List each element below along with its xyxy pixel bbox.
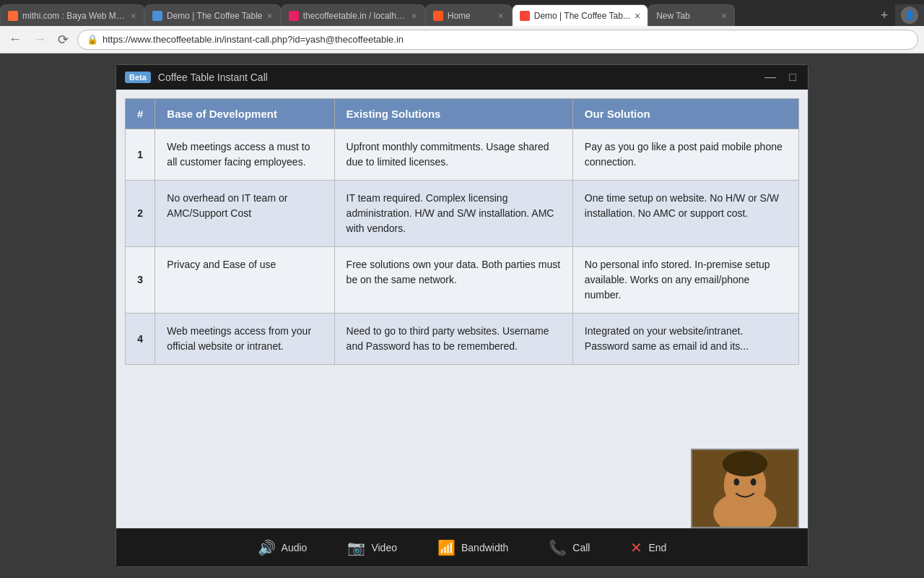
cell-existing-2: IT team required. Complex licensing admi…	[334, 181, 572, 247]
tab-bar: mithi.com : Baya Web Ma...×Demo | The Co…	[0, 0, 924, 26]
forward-button[interactable]: →	[30, 30, 49, 48]
bandwidth-button[interactable]: 📶 Bandwidth	[432, 536, 514, 559]
lock-icon: 🔒	[87, 34, 98, 45]
bottom-controls: 🔊 Audio 📷 Video 📶 Bandwidth 📞 Call ✕ End	[116, 528, 808, 566]
tab-label-tab5: Demo | The Coffee Tab...	[534, 11, 630, 21]
call-icon: 📞	[549, 539, 567, 556]
end-label: End	[648, 542, 666, 553]
tab-label-tab3: thecoffeetable.in / localho...	[303, 11, 407, 21]
cell-existing-3: Free solutions own your data. Both parti…	[334, 247, 572, 314]
table-header-row: # Base of Development Existing Solutions…	[126, 99, 799, 129]
tab-close-tab2[interactable]: ×	[267, 10, 273, 22]
nav-bar: ← → ⟳ 🔒 https://www.thecoffeetable.in/in…	[0, 26, 924, 53]
browser-chrome: mithi.com : Baya Web Ma...×Demo | The Co…	[0, 0, 924, 53]
end-button[interactable]: ✕ End	[624, 536, 672, 559]
cell-base-2: No overhead on IT team or AMC/Support Co…	[155, 181, 334, 247]
browser-tab-tab2[interactable]: Demo | The Coffee Table×	[144, 4, 281, 26]
call-titlebar: Beta Coffee Table Instant Call — □	[116, 65, 808, 90]
maximize-button[interactable]: □	[786, 71, 799, 84]
browser-tab-tab5[interactable]: Demo | The Coffee Tab...×	[512, 4, 648, 26]
svg-point-4	[751, 478, 757, 486]
cell-solution-4: Integrated on your website/intranet. Pas…	[572, 314, 798, 365]
col-header-solution: Our Solution	[572, 99, 798, 129]
address-bar[interactable]: 🔒 https://www.thecoffeetable.in/instant-…	[77, 30, 918, 50]
address-text: https://www.thecoffeetable.in/instant-ca…	[103, 34, 404, 45]
call-window: Beta Coffee Table Instant Call — □ # Bas…	[116, 64, 808, 567]
table-container: # Base of Development Existing Solutions…	[116, 90, 808, 528]
cell-num-3: 3	[126, 247, 155, 314]
browser-tab-tab4[interactable]: Home×	[425, 4, 512, 26]
profile-area: 👤	[895, 4, 924, 26]
cell-num-2: 2	[126, 181, 155, 247]
comparison-table: # Base of Development Existing Solutions…	[125, 98, 799, 365]
table-row-1: 1Web meetings access a must to all custo…	[126, 129, 799, 181]
cell-existing-1: Upfront monthly commitments. Usage share…	[334, 129, 572, 181]
audio-icon: 🔊	[258, 539, 276, 556]
tab-favicon-tab1	[8, 11, 18, 21]
profile-icon[interactable]: 👤	[901, 7, 918, 24]
tab-favicon-tab5	[520, 11, 530, 21]
cell-num-4: 4	[126, 314, 155, 365]
browser-tab-tab6[interactable]: New Tab×	[648, 4, 735, 26]
cell-solution-2: One time setup on website. No H/W or S/W…	[572, 181, 798, 247]
cell-base-3: Privacy and Ease of use	[155, 247, 334, 314]
tab-close-tab1[interactable]: ×	[131, 10, 136, 22]
participant-avatar	[692, 449, 798, 528]
new-tab-button[interactable]: +	[873, 4, 895, 26]
browser-tab-tab1[interactable]: mithi.com : Baya Web Ma...×	[0, 4, 144, 26]
svg-point-3	[733, 478, 739, 486]
tab-close-tab4[interactable]: ×	[498, 10, 504, 22]
minimize-button[interactable]: —	[762, 71, 779, 84]
back-button[interactable]: ←	[6, 30, 25, 48]
tab-favicon-tab2	[152, 11, 162, 21]
video-thumbnail	[691, 449, 799, 528]
svg-point-5	[723, 451, 767, 476]
bandwidth-icon: 📶	[437, 539, 456, 556]
tab-favicon-tab3	[289, 11, 299, 21]
tab-label-tab6: New Tab	[656, 11, 717, 21]
cell-solution-3: No personal info stored. In-premise setu…	[572, 247, 798, 314]
table-row-4: 4Web meetings access from your official …	[126, 314, 799, 365]
video-button[interactable]: 📷 Video	[341, 536, 403, 559]
tab-favicon-tab4	[433, 11, 443, 21]
tab-close-tab6[interactable]: ×	[721, 10, 727, 22]
participant-video	[692, 450, 798, 527]
cell-existing-4: Need to go to third party websites. User…	[334, 314, 572, 365]
audio-button[interactable]: 🔊 Audio	[252, 536, 313, 559]
audio-label: Audio	[282, 542, 308, 553]
call-button[interactable]: 📞 Call	[543, 536, 596, 559]
tab-label-tab1: mithi.com : Baya Web Ma...	[22, 11, 126, 21]
cell-base-4: Web meetings access from your official w…	[155, 314, 334, 365]
bandwidth-label: Bandwidth	[461, 542, 508, 553]
tab-label-tab2: Demo | The Coffee Table	[167, 11, 263, 21]
call-label: Call	[572, 542, 590, 553]
cell-base-1: Web meetings access a must to all custom…	[155, 129, 334, 181]
call-title: Coffee Table Instant Call	[158, 72, 754, 83]
tab-label-tab4: Home	[448, 11, 494, 21]
browser-tab-tab3[interactable]: thecoffeetable.in / localho...×	[281, 4, 425, 26]
reload-button[interactable]: ⟳	[55, 30, 71, 49]
cell-solution-1: Pay as you go like a post paid mobile ph…	[572, 129, 798, 181]
beta-badge: Beta	[125, 72, 151, 83]
video-label: Video	[371, 542, 397, 553]
table-row-2: 2No overhead on IT team or AMC/Support C…	[126, 181, 799, 247]
main-area: Beta Coffee Table Instant Call — □ # Bas…	[0, 53, 924, 578]
col-header-base: Base of Development	[155, 99, 334, 129]
end-icon: ✕	[630, 539, 642, 556]
table-row-3: 3Privacy and Ease of useFree solutions o…	[126, 247, 799, 314]
col-header-existing: Existing Solutions	[334, 99, 572, 129]
tab-close-tab5[interactable]: ×	[635, 10, 640, 22]
tab-close-tab3[interactable]: ×	[411, 10, 417, 22]
col-header-num: #	[126, 99, 155, 129]
video-icon: 📷	[347, 539, 365, 556]
cell-num-1: 1	[126, 129, 155, 181]
